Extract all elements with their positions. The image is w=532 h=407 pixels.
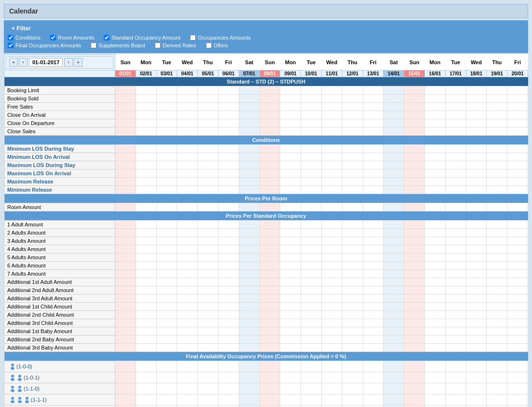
data-cell [424,95,445,103]
data-cell [424,311,445,319]
person-icon [16,385,23,392]
data-cell [115,111,136,119]
filter-derived-rates[interactable]: Derived Rates [155,42,196,48]
data-cell [259,295,280,303]
data-cell [259,169,280,178]
data-cell [321,311,342,319]
data-cell [363,253,383,262]
nav-prev[interactable]: ‹ [19,58,27,67]
data-cell [404,394,425,406]
data-cell [507,253,528,262]
data-cell [445,253,466,262]
booking-label: Close Sales [4,127,115,136]
data-cell [301,303,322,311]
svg-point-8 [18,386,21,389]
date-3: 03/01 [156,70,177,77]
data-cell [280,203,301,211]
data-cell [239,372,259,383]
data-cell [218,394,239,406]
nav-next[interactable]: › [64,58,73,67]
data-cell [280,245,301,253]
data-cell [198,311,218,319]
data-cell [115,95,136,103]
data-cell [259,178,280,186]
data-cell [424,178,445,186]
data-cell [321,295,342,303]
date-11: 11/01 [321,70,342,77]
data-cell [507,127,528,136]
data-cell [218,203,239,211]
data-cell [136,270,156,278]
filter-occupancies-amounts[interactable]: Occupancies Amounts [190,35,250,41]
section-prices-room-row: Prices Per Room [4,194,528,203]
data-cell [383,319,404,327]
data-cell [445,178,466,186]
data-cell [424,153,445,161]
filter-final-occupancies[interactable]: Final Occupancies Amounts [8,42,81,48]
data-cell [383,372,404,383]
data-cell [321,327,342,336]
data-cell [342,103,363,111]
data-cell [363,153,383,161]
data-cell [115,303,136,311]
data-cell [239,203,259,211]
data-cell [259,245,280,253]
data-cell [301,169,322,178]
filter-offers[interactable]: Offers [206,42,228,48]
data-cell [198,86,218,95]
data-cell [487,86,507,95]
data-cell [383,178,404,186]
data-cell [383,229,404,237]
data-cell [363,245,383,253]
date-7: 07/01 [239,70,259,77]
data-cell [301,203,322,211]
filter-supplements-board[interactable]: Supplements Board [91,42,145,48]
data-cell [445,270,466,278]
data-cell [280,95,301,103]
data-cell [239,311,259,319]
data-cell [424,406,445,407]
data-cell [363,303,383,311]
data-cell [218,278,239,286]
data-cell [424,229,445,237]
filter-room-amounts[interactable]: Room Amounts [50,35,94,41]
data-cell [404,319,425,327]
data-cell [136,221,156,229]
data-cell [259,111,280,119]
filter-conditions[interactable]: Conditions [8,35,41,41]
nav-first[interactable]: « [9,58,18,67]
data-cell [342,361,363,372]
price-label: Additional 3rd Adult Amount [4,295,115,303]
nav-last[interactable]: » [74,58,82,67]
data-cell [280,119,301,127]
final-row: (1-1-0) [4,383,528,394]
data-cell [487,153,507,161]
data-cell [445,344,466,352]
data-cell [363,278,383,286]
data-cell [321,169,342,178]
data-cell [466,127,487,136]
svg-point-12 [18,397,21,400]
data-cell [445,186,466,194]
date-17: 17/01 [445,70,466,77]
data-cell [280,161,301,169]
data-cell [239,111,259,119]
data-cell [259,186,280,194]
data-cell [259,86,280,95]
data-cell [177,245,198,253]
data-cell [445,383,466,394]
filter-toggle[interactable]: + Filter [8,23,524,34]
data-cell [487,336,507,344]
data-cell [466,295,487,303]
data-cell [259,119,280,127]
data-cell [198,103,218,111]
date-label-col [4,70,115,77]
data-cell [445,86,466,95]
filter-standard-occupancy[interactable]: Standard Occupancy Amount [104,35,180,41]
data-cell [280,383,301,394]
data-cell [342,245,363,253]
data-cell [239,327,259,336]
data-cell [239,186,259,194]
data-cell [321,153,342,161]
condition-row: Maximum LOS During Stay [4,161,528,169]
